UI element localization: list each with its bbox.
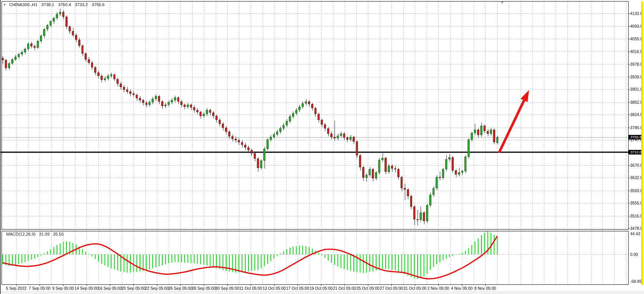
ohlc-low: 3733.2 xyxy=(75,2,88,7)
price-axis-label: 3824.0 xyxy=(630,112,642,117)
macd-axis-top: 44.43 xyxy=(630,231,640,236)
yellow-vertical-strip xyxy=(641,2,643,285)
chart-shift-marker-icon[interactable]: ▼ xyxy=(500,0,504,5)
price-axis-label: 3670.0 xyxy=(630,163,642,168)
date-axis-label: 8 Nov 05:00 xyxy=(468,286,503,291)
price-axis-label: 3785.0 xyxy=(630,125,642,130)
price-axis-label: 3555.0 xyxy=(630,201,642,205)
macd-main-value: 31.99 xyxy=(39,232,50,236)
price-axis-label: 3862.0 xyxy=(630,100,642,105)
price-axis-label: 4016.0 xyxy=(630,49,642,54)
price-axis-label: 4093.0 xyxy=(630,24,642,28)
ohlc-open: 3738.1 xyxy=(41,2,54,7)
price-axis-label: 4055.0 xyxy=(630,37,642,41)
price-axis-label: 3632.0 xyxy=(630,175,642,180)
price-axis-label: 3478.0 xyxy=(630,226,642,231)
price-axis-label: 3516.0 xyxy=(630,214,642,218)
price-axis-label: 3939.0 xyxy=(630,75,642,79)
macd-axis-bottom: -58.95 xyxy=(630,279,642,284)
chart-title: ▼ CHINA300-,H1 3738.1 3760.4 3733.2 3755… xyxy=(3,2,105,7)
price-axis-label: 4132.0 xyxy=(630,11,642,16)
price-axis-label: 3593.0 xyxy=(630,188,642,193)
ohlc-close: 3755.6 xyxy=(92,2,105,7)
price-chart-canvas[interactable] xyxy=(1,0,644,294)
price-axis-label: 3978.0 xyxy=(630,62,642,66)
status-strip xyxy=(1,291,644,294)
macd-axis-zero: 0.00 xyxy=(630,252,638,257)
ohlc-high: 3760.4 xyxy=(58,2,71,7)
price-axis-label: 3901.0 xyxy=(630,87,642,91)
chart-window: ▼ CHINA300-,H1 3738.1 3760.4 3733.2 3755… xyxy=(0,0,644,294)
macd-name: MACD(12,26,9) xyxy=(6,232,35,236)
macd-signal-value: 35.50 xyxy=(53,232,64,236)
symbol-dropdown-icon[interactable]: ▼ xyxy=(3,3,6,7)
macd-indicator-label: MACD(12,26,9) 31.99 35.50 xyxy=(4,232,64,236)
symbol-period-label: CHINA300-,H1 xyxy=(9,2,37,7)
